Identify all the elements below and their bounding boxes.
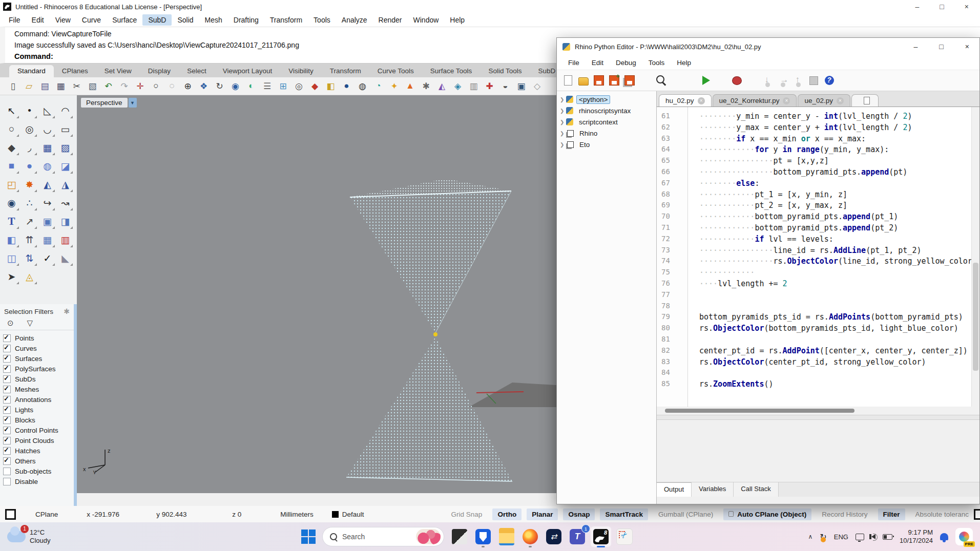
separator[interactable] — [638, 74, 652, 88]
editor-menu-item[interactable]: Debug — [610, 57, 642, 68]
sphere-tool-icon[interactable]: ● — [20, 157, 38, 175]
torus-tool-icon[interactable]: ◍ — [38, 157, 56, 175]
curve-tool-icon[interactable]: ◠ — [56, 101, 74, 120]
filter-checkbox[interactable] — [3, 386, 11, 393]
redo-icon[interactable]: ↷ — [117, 79, 131, 93]
stop-icon[interactable] — [730, 74, 744, 88]
tree-item[interactable]: ❯ Rhino — [557, 128, 656, 139]
teams[interactable]: T 1 — [567, 526, 588, 547]
battery-icon[interactable] — [883, 534, 892, 540]
layers-icon[interactable]: ☰ — [260, 79, 274, 93]
editor-close-button[interactable]: × — [965, 43, 969, 51]
globe-icon[interactable]: ● — [340, 79, 353, 93]
filter-checkbox[interactable] — [3, 478, 11, 485]
status-item[interactable]: Auto CPlane (Object) — [723, 508, 811, 520]
filter-checkbox[interactable] — [3, 416, 11, 424]
filter-checkbox[interactable] — [3, 437, 11, 444]
status-item[interactable]: z 0 — [227, 508, 246, 520]
display-mode-icon[interactable]: ◐ — [244, 79, 258, 93]
toolbar-tab[interactable]: Solid Tools — [480, 65, 530, 77]
mesh-icon[interactable]: ◭ — [435, 79, 449, 93]
fillet-tool-icon[interactable]: ◞ — [20, 138, 38, 157]
toolbar-tab[interactable]: Viewport Layout — [215, 65, 281, 77]
status-item[interactable]: Gumball (CPlane) — [653, 508, 718, 520]
task-view[interactable] — [449, 526, 470, 547]
move-icon[interactable]: ✛ — [133, 79, 147, 93]
shade-icon[interactable]: ◍ — [356, 79, 369, 93]
object-color-tool-icon[interactable]: ◉ — [3, 194, 20, 212]
adjust-curve-tool-icon[interactable]: ↪ — [38, 194, 56, 212]
status-item[interactable]: Default — [327, 508, 369, 520]
tree-item[interactable]: ❯ scriptcontext — [557, 116, 656, 128]
language-indicator[interactable]: ENG — [834, 533, 848, 541]
pyramid-tool-icon[interactable]: ◬ — [20, 267, 38, 286]
vertical-scrollbar-thumb[interactable] — [973, 263, 978, 371]
trim-tool-icon[interactable]: ◭ — [38, 175, 56, 194]
torus-icon[interactable]: ◔ — [371, 79, 385, 93]
open-script-icon[interactable] — [576, 74, 590, 88]
cut-icon[interactable]: ✂ — [70, 79, 84, 93]
maximize-button[interactable]: □ — [940, 3, 944, 11]
filter-checkbox[interactable] — [3, 427, 11, 434]
menu-item[interactable]: Drafting — [228, 14, 264, 26]
filter-checkbox[interactable] — [3, 396, 11, 404]
search-box[interactable]: Search — [322, 527, 444, 546]
output-tab[interactable]: Output — [657, 482, 692, 497]
teamviewer[interactable]: ⇄ — [544, 526, 564, 547]
run-script-icon[interactable] — [699, 74, 713, 88]
editor-menu-item[interactable]: Edit — [586, 57, 610, 68]
patch-tool-icon[interactable]: ◪ — [56, 157, 74, 175]
start-button[interactable] — [300, 528, 317, 545]
copilot-icon[interactable]: PRE — [955, 528, 973, 545]
status-right-swatch[interactable] — [974, 509, 980, 520]
step-over-icon[interactable] — [776, 74, 790, 88]
menu-item[interactable]: Mesh — [199, 14, 228, 26]
material-icon[interactable]: ◈ — [451, 79, 465, 93]
filter-checkbox[interactable] — [3, 345, 11, 352]
rotate-view-icon[interactable]: ↻ — [213, 79, 226, 93]
copy-icon[interactable]: ▧ — [86, 79, 99, 93]
editor-menu-item[interactable]: File — [562, 57, 586, 68]
status-item[interactable]: CPlane — [30, 508, 63, 520]
status-item[interactable]: Absolute toleranc — [910, 508, 974, 520]
menu-item[interactable]: Surface — [107, 14, 142, 26]
save-all-icon[interactable] — [622, 74, 636, 88]
chevron-right-icon[interactable]: ❯ — [560, 97, 566, 102]
point-tool-icon[interactable]: • — [20, 101, 38, 120]
stop-dropdown-icon[interactable] — [745, 74, 759, 88]
scale-tool-icon[interactable]: ↗ — [20, 212, 38, 230]
status-item[interactable]: Grid Snap — [446, 508, 488, 520]
print-icon[interactable]: ▦ — [54, 79, 68, 93]
editor-file-tab[interactable]: hu_02.py × — [659, 94, 712, 107]
toolbar-tab[interactable]: Standard — [9, 65, 54, 77]
menu-item[interactable]: View — [50, 14, 76, 26]
named-view-icon[interactable]: ◉ — [228, 79, 242, 93]
explode-tool-icon[interactable]: ✸ — [20, 175, 38, 194]
box-tool-icon[interactable]: ■ — [3, 157, 20, 175]
chevron-right-icon[interactable]: ❯ — [560, 108, 566, 114]
tree-item[interactable]: ❯ rhinoscriptsyntax — [557, 105, 656, 116]
pause-icon[interactable] — [807, 74, 821, 88]
panel-icon[interactable]: ▣ — [514, 79, 528, 93]
tree-item[interactable]: ❯ <python> — [557, 94, 656, 105]
step-into-icon[interactable] — [761, 74, 775, 88]
search-dropdown-icon[interactable] — [669, 74, 682, 88]
menu-item[interactable]: Help — [444, 14, 470, 26]
grid-icon[interactable]: ⊞ — [276, 79, 290, 93]
chevron-right-icon[interactable]: ❯ — [560, 131, 566, 136]
filter-checkbox[interactable] — [3, 468, 11, 475]
status-item[interactable]: SmartTrack — [600, 508, 648, 520]
file-explorer[interactable] — [496, 526, 517, 547]
horizontal-scrollbar[interactable] — [657, 407, 979, 415]
rhino[interactable]: 8 8 — [591, 526, 611, 547]
bitwarden[interactable] — [473, 526, 493, 547]
menu-item[interactable]: Analyze — [336, 14, 373, 26]
half-icon[interactable]: ◒ — [498, 79, 512, 93]
editor-file-tab[interactable]: ue_02.py × — [798, 94, 850, 107]
chevron-right-icon[interactable]: ❯ — [560, 119, 566, 125]
filter-checkbox[interactable] — [3, 365, 11, 373]
output-tab[interactable]: Variables — [692, 482, 734, 497]
menu-item[interactable]: Window — [408, 14, 445, 26]
firefox[interactable] — [520, 526, 540, 547]
filter-checkbox[interactable] — [3, 355, 11, 363]
